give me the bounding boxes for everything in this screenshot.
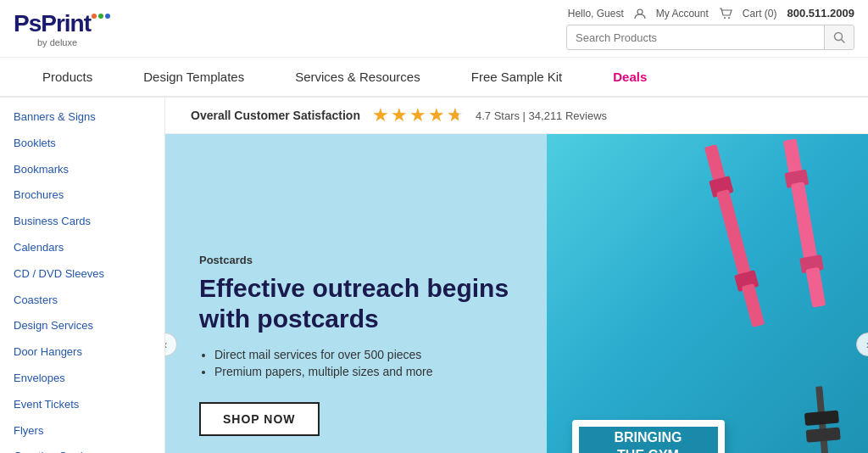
carousel: ‹ Postcards Effective outreach begins wi… — [165, 134, 868, 453]
carousel-image-area: BRINGING THE GYM TO YOU Start your membe… — [547, 134, 869, 453]
sidebar-item-flyers[interactable]: Flyers — [0, 418, 164, 445]
carousel-text-area: Postcards Effective outreach begins with… — [165, 134, 547, 453]
cart-link[interactable]: Cart (0) — [743, 8, 777, 20]
nav-design-templates[interactable]: Design Templates — [118, 58, 270, 96]
star-1: ★ — [372, 106, 389, 125]
nav-services-resources[interactable]: Services & Resources — [270, 58, 446, 96]
body-layout: Banners & Signs Booklets Bookmarks Broch… — [0, 98, 868, 453]
logo-text: PsPrint — [14, 10, 91, 37]
svg-point-2 — [728, 17, 730, 19]
carousel-category: Postcards — [199, 254, 521, 266]
user-icon — [634, 8, 646, 20]
cart-icon — [719, 8, 732, 20]
sidebar-item-coasters[interactable]: Coasters — [0, 288, 164, 314]
header-top-links: Hello, Guest My Account Cart (0) 800.511… — [568, 7, 854, 20]
greeting-text: Hello, Guest — [568, 8, 624, 20]
svg-point-0 — [637, 9, 643, 14]
character-icon — [615, 445, 674, 453]
search-bar — [566, 25, 854, 50]
sidebar-item-calendars[interactable]: Calendars — [0, 235, 164, 261]
star-rating: ★ ★ ★ ★ ★★ — [372, 106, 464, 125]
svg-point-1 — [724, 17, 726, 19]
svg-rect-14 — [805, 267, 826, 308]
sidebar-item-cd-dvd-sleeves[interactable]: CD / DVD Sleeves — [0, 261, 164, 288]
sidebar-item-door-hangers[interactable]: Door Hangers — [0, 339, 164, 366]
review-text: 4.7 Stars | 34,211 Reviews — [476, 109, 607, 122]
sidebar-item-brochures[interactable]: Brochures — [0, 182, 164, 209]
carousel-bullet-1: Direct mail services for over 500 pieces — [214, 348, 521, 361]
sidebar: Banners & Signs Booklets Bookmarks Broch… — [0, 98, 165, 453]
phone-number: 800.511.2009 — [787, 7, 854, 20]
star-3: ★ — [409, 106, 426, 125]
svg-rect-7 — [716, 189, 753, 282]
nav-products[interactable]: Products — [17, 58, 118, 96]
search-input[interactable] — [567, 28, 824, 48]
logo-color-dots — [92, 14, 110, 19]
sidebar-item-business-cards[interactable]: Business Cards — [0, 209, 164, 235]
sidebar-item-banners-signs[interactable]: Banners & Signs — [0, 104, 164, 131]
carousel-title: Effective outreach begins with postcards — [199, 273, 521, 334]
main-nav: Products Design Templates Services & Res… — [0, 58, 868, 98]
satisfaction-label: Overall Customer Satisfaction — [191, 109, 360, 122]
logo-subtitle: by deluxe — [37, 37, 77, 48]
svg-rect-16 — [804, 410, 839, 425]
search-icon — [833, 31, 845, 43]
svg-rect-9 — [742, 283, 765, 327]
sidebar-item-design-services[interactable]: Design Services — [0, 313, 164, 339]
carousel-content: Postcards Effective outreach begins with… — [165, 134, 868, 453]
sidebar-item-bookmarks[interactable]: Bookmarks — [0, 157, 164, 183]
star-5: ★★ — [447, 106, 464, 125]
header-top: PsPrint by deluxe Hello, Guest My Accoun… — [0, 0, 868, 58]
sidebar-item-greeting-cards[interactable]: Greeting Cards — [0, 444, 164, 453]
shop-now-button[interactable]: SHOP NOW — [199, 402, 320, 436]
svg-rect-17 — [806, 427, 841, 442]
star-2: ★ — [391, 106, 408, 125]
sidebar-item-envelopes[interactable]: Envelopes — [0, 366, 164, 392]
carousel-bullets: Direct mail services for over 500 pieces… — [199, 348, 521, 382]
nav-deals[interactable]: Deals — [587, 58, 672, 96]
svg-rect-12 — [791, 182, 818, 264]
header-right: Hello, Guest My Account Cart (0) 800.511… — [566, 7, 854, 50]
my-account-link[interactable]: My Account — [656, 8, 709, 20]
svg-line-4 — [842, 40, 845, 43]
nav-free-sample-kit[interactable]: Free Sample Kit — [446, 58, 588, 96]
carousel-bullet-2: Premium papers, multiple sizes and more — [214, 365, 521, 378]
main-content: Overall Customer Satisfaction ★ ★ ★ ★ ★★… — [165, 98, 868, 453]
logo[interactable]: PsPrint — [14, 10, 110, 37]
logo-area: PsPrint by deluxe — [14, 10, 110, 48]
star-4: ★ — [428, 106, 445, 125]
sidebar-item-booklets[interactable]: Booklets — [0, 131, 164, 157]
sidebar-item-event-tickets[interactable]: Event Tickets — [0, 392, 164, 418]
search-button[interactable] — [824, 25, 854, 49]
satisfaction-bar: Overall Customer Satisfaction ★ ★ ★ ★ ★★… — [165, 98, 868, 134]
